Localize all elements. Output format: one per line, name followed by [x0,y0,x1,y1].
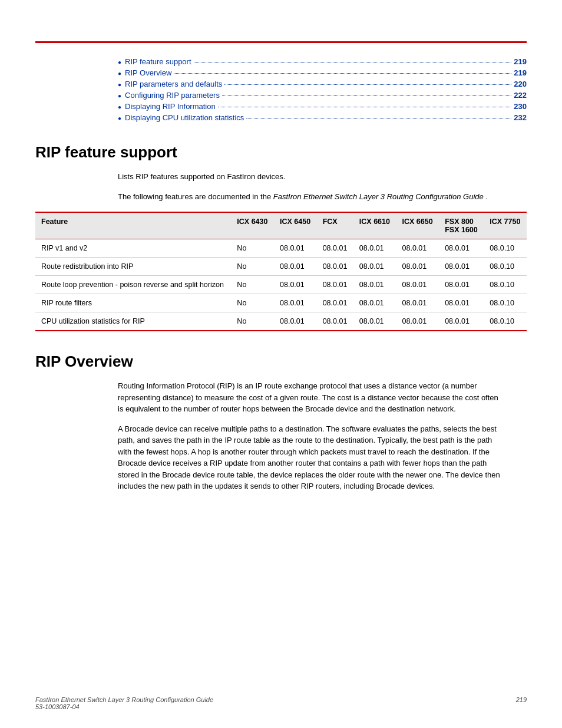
toc-link[interactable]: Displaying RIP Information [125,102,216,111]
table-cell: 08.0.01 [353,312,396,331]
section-note: The following features are documented in… [118,191,503,203]
toc-dots [224,84,511,85]
overview-paragraph-0: Routing Information Protocol (RIP) is an… [118,380,503,415]
table-cell: 08.0.01 [274,276,317,294]
table-cell: 08.0.01 [317,276,353,294]
table-header: ICX 7750 [484,212,527,239]
table-cell: 08.0.01 [439,276,484,294]
toc-page: 220 [514,80,527,88]
table-row: Route redistribution into RIPNo08.0.0108… [35,258,527,276]
red-rule [35,41,527,43]
overview-paragraph-1: A Brocade device can receive multiple pa… [118,423,503,492]
footer-left: FastIron Ethernet Switch Layer 3 Routing… [35,696,213,710]
table-cell: 08.0.01 [439,258,484,276]
toc-item: ● Configuring RIP parameters 222 [118,91,527,100]
table-header: FCX [317,212,353,239]
toc-item: ● Displaying RIP Information 230 [118,102,527,111]
table-cell: 08.0.01 [317,312,353,331]
toc-dots [174,73,511,74]
toc-dots [194,62,512,62]
table-cell: 08.0.01 [396,312,439,331]
table-cell: CPU utilization statistics for RIP [35,312,231,331]
toc-link[interactable]: RIP Overview [125,68,171,77]
toc-link[interactable]: RIP parameters and defaults [125,80,222,88]
table-cell: 08.0.01 [274,239,317,258]
toc-link[interactable]: RIP feature support [125,57,191,66]
table-cell: 08.0.01 [353,294,396,312]
table-header: Feature [35,212,231,239]
table-cell: 08.0.10 [484,294,527,312]
table-row: CPU utilization statistics for RIPNo08.0… [35,312,527,331]
table-cell: 08.0.10 [484,258,527,276]
toc-page: 219 [514,57,527,66]
table-row: Route loop prevention - poison reverse a… [35,276,527,294]
toc-item: ● RIP feature support 219 [118,57,527,66]
feature-table: FeatureICX 6430ICX 6450FCXICX 6610ICX 66… [35,212,527,331]
toc-bullet: ● [118,93,121,99]
footer-right: 219 [516,696,527,710]
toc-page: 230 [514,102,527,111]
table-row: RIP route filtersNo08.0.0108.0.0108.0.01… [35,294,527,312]
table-cell: Route redistribution into RIP [35,258,231,276]
table-row: RIP v1 and v2No08.0.0108.0.0108.0.0108.0… [35,239,527,258]
table-cell: 08.0.01 [317,239,353,258]
toc-bullet: ● [118,59,121,65]
toc-bullet: ● [118,81,121,88]
toc-dots [246,118,511,118]
rip-overview-paragraphs: Routing Information Protocol (RIP) is an… [118,380,503,492]
toc-item: ● RIP parameters and defaults 220 [118,80,527,88]
toc-dots [222,95,511,96]
table-cell: 08.0.01 [439,294,484,312]
table-of-contents: ● RIP feature support 219 ● RIP Overview… [118,57,527,122]
toc-bullet: ● [118,115,121,121]
table-cell: 08.0.10 [484,276,527,294]
table-cell: No [231,312,274,331]
table-cell: 08.0.01 [439,312,484,331]
table-header: FSX 800FSX 1600 [439,212,484,239]
section-intro: Lists RIP features supported on FastIron… [118,171,503,183]
table-cell: No [231,258,274,276]
table-cell: No [231,239,274,258]
page-footer: FastIron Ethernet Switch Layer 3 Routing… [35,696,527,710]
table-cell: 08.0.01 [274,312,317,331]
table-cell: 08.0.01 [274,258,317,276]
table-header: ICX 6430 [231,212,274,239]
table-cell: 08.0.01 [396,239,439,258]
table-cell: 08.0.01 [353,276,396,294]
table-header: ICX 6650 [396,212,439,239]
table-cell: 08.0.10 [484,239,527,258]
table-cell: 08.0.10 [484,312,527,331]
toc-page: 232 [514,113,527,122]
toc-dots [218,107,512,107]
table-header: ICX 6610 [353,212,396,239]
table-cell: 08.0.01 [439,239,484,258]
table-cell: 08.0.01 [396,276,439,294]
table-cell: RIP route filters [35,294,231,312]
table-cell: 08.0.01 [317,294,353,312]
table-cell: 08.0.01 [396,258,439,276]
table-cell: Route loop prevention - poison reverse a… [35,276,231,294]
rip-feature-table: FeatureICX 6430ICX 6450FCXICX 6610ICX 66… [35,212,527,331]
table-cell: 08.0.01 [353,258,396,276]
table-cell: No [231,294,274,312]
toc-bullet: ● [118,104,121,110]
table-cell: 08.0.01 [396,294,439,312]
section-heading-rip-feature-support: RIP feature support [35,143,527,162]
toc-link[interactable]: Configuring RIP parameters [125,91,220,100]
toc-item: ● Displaying CPU utilization statistics … [118,113,527,122]
table-cell: 08.0.01 [317,258,353,276]
toc-page: 222 [514,91,527,100]
table-cell: RIP v1 and v2 [35,239,231,258]
table-cell: 08.0.01 [274,294,317,312]
toc-page: 219 [514,68,527,77]
toc-bullet: ● [118,70,121,77]
toc-item: ● RIP Overview 219 [118,68,527,77]
table-header: ICX 6450 [274,212,317,239]
table-cell: 08.0.01 [353,239,396,258]
table-cell: No [231,276,274,294]
section-heading-rip-overview: RIP Overview [35,353,527,371]
toc-link[interactable]: Displaying CPU utilization statistics [125,113,244,122]
